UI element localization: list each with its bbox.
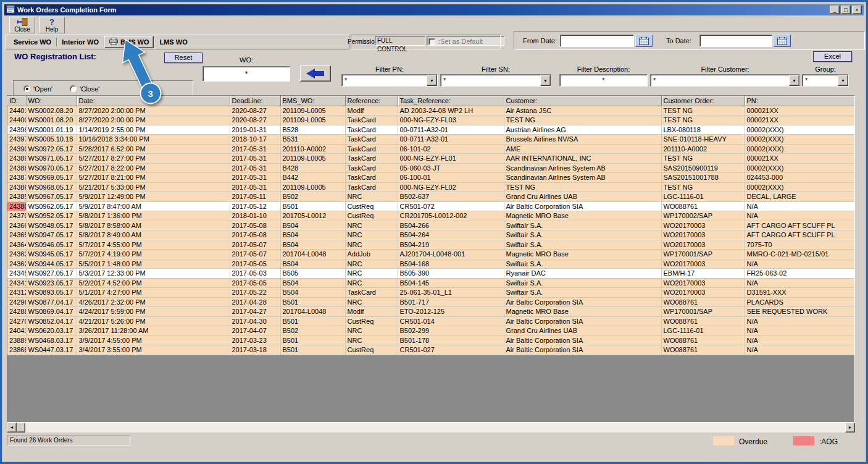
cell-customer: TEST NG — [504, 182, 661, 192]
cell-bms-wo: 201109-L0005 — [280, 182, 345, 192]
cell-id: 24296 — [7, 297, 26, 307]
reset-button[interactable]: Reset — [164, 53, 202, 63]
column-header-task-reference[interactable]: Task_Reference: — [398, 96, 504, 106]
table-row[interactable]: 24387WS0969.05.175/27/2017 8:21:00 PM201… — [7, 173, 854, 183]
cell-pn: 000021XX — [745, 106, 854, 116]
table-row[interactable]: 24386WS0968.05.175/21/2017 5:33:00 PM201… — [7, 182, 854, 192]
set-as-default-checkbox[interactable]: :Set as Default — [428, 38, 483, 45]
back-arrow-button[interactable] — [300, 65, 331, 82]
column-header-wo[interactable]: WO: — [26, 96, 77, 106]
cell-pn: 024453-000 — [745, 173, 854, 183]
table-row[interactable]: 23868WS0447.03.173/4/2017 3:55:00 PM2017… — [7, 345, 854, 355]
table-row[interactable]: 24380WS0962.05.175/9/2017 8:47:00 AM2017… — [7, 201, 854, 211]
cell-customer-order: WP170001/SAP — [661, 307, 745, 317]
cell-pn: 000021XX — [745, 116, 854, 125]
table-row[interactable]: 24362WS0944.05.175/5/2017 1:48:00 PM2017… — [7, 259, 854, 269]
table-row[interactable]: 24390WS0972.05.175/28/2017 6:52:00 PM201… — [7, 144, 854, 154]
radio-open[interactable]: 'Open' — [23, 85, 52, 93]
cell-wo: WS0969.05.17 — [26, 173, 77, 183]
maximize-button[interactable]: □ — [841, 6, 851, 14]
excel-button[interactable]: Excel — [813, 51, 852, 62]
table-row[interactable]: 24365WS0947.05.175/8/2017 8:49:00 AM2017… — [7, 230, 854, 240]
scrollbar-track[interactable] — [25, 423, 845, 432]
table-row[interactable]: 24401WS0002.08.208/27/2020 2:00:00 PM202… — [7, 106, 854, 116]
table-row[interactable]: 24296WS0877.04.174/26/2017 2:32:00 PM201… — [7, 297, 854, 307]
cell-wo: WS0972.05.17 — [26, 144, 77, 154]
tab-bms-wo[interactable]: BMS WO — [104, 36, 154, 48]
radio-close-label: 'Close' — [80, 85, 99, 93]
table-row[interactable]: 24366WS0948.05.175/8/2017 8:58:00 AM2017… — [7, 221, 854, 230]
table-row[interactable]: 24388WS0970.05.175/27/2017 8:22:00 PM201… — [7, 163, 854, 173]
table-row[interactable]: 24364WS0946.05.175/7/2017 4:55:00 PM2017… — [7, 240, 854, 250]
cell-customer-order: WO20170003 — [661, 240, 745, 250]
chevron-down-icon[interactable]: ▼ — [427, 75, 437, 86]
table-row[interactable]: 24398WS0001.01.191/14/2019 2:55:00 PM201… — [7, 125, 854, 135]
window-title: Work Orders Completion Form — [17, 6, 117, 14]
cell-customer-order: WP170002/SAP — [661, 211, 745, 221]
cell-wo: WS0005.10.18 — [26, 135, 77, 145]
cell-task-reference: 06-100-01 — [398, 173, 504, 183]
column-header-pn[interactable]: PN: — [745, 96, 854, 106]
table-row[interactable]: 24370WS0952.05.175/8/2017 1:36:00 PM2018… — [7, 211, 854, 221]
table-row[interactable]: 24341WS0923.05.175/2/2017 4:52:00 PM2017… — [7, 278, 854, 288]
table-row[interactable]: 23889WS0468.03.173/9/2017 4:55:00 PM2017… — [7, 335, 854, 345]
scroll-left-arrow-icon[interactable]: ◄ — [7, 423, 17, 432]
filter-customer-combo[interactable]: * ▼ — [650, 74, 800, 86]
cell-deadline: 2017-05-31 — [230, 163, 280, 173]
close-window-button[interactable]: × — [852, 6, 862, 14]
column-header-customer[interactable]: Customer: — [504, 96, 661, 106]
tab-service-wo[interactable]: Service WO — [9, 36, 56, 48]
to-date-field[interactable] — [699, 35, 772, 47]
cell-reference: NRC — [345, 335, 398, 345]
table-row[interactable]: 24397WS0005.10.1810/16/2018 3:34:00 PM20… — [7, 135, 854, 145]
cell-id: 23868 — [7, 345, 26, 355]
column-header-bms-wo[interactable]: BMS_WO: — [280, 96, 345, 106]
table-row[interactable]: 24345WS0927.05.175/3/2017 12:33:00 PM201… — [7, 269, 854, 279]
checkbox-icon — [428, 38, 435, 45]
filter-description-input[interactable] — [559, 74, 648, 86]
cell-deadline: 2019-01-31 — [230, 125, 280, 135]
filter-pn-combo[interactable]: * ▼ — [341, 74, 438, 86]
chevron-down-icon[interactable]: ▼ — [838, 75, 848, 86]
table-row[interactable]: 24400WS0001.08.208/27/2020 2:00:00 PM202… — [7, 116, 854, 125]
chevron-down-icon[interactable]: ▼ — [789, 75, 799, 86]
column-header-date[interactable]: Date: — [77, 96, 230, 106]
radio-close[interactable]: 'Close' — [70, 85, 99, 93]
close-button[interactable]: Close — [9, 17, 35, 33]
table-row[interactable]: 24288WS0869.04.174/24/2017 5:59:00 PM201… — [7, 307, 854, 317]
cell-reference: TaskCard — [345, 144, 398, 154]
cell-customer-order: SAS20150900119 — [661, 163, 745, 173]
filter-sn-combo[interactable]: * ▼ — [440, 74, 551, 86]
column-header-id[interactable]: ID: — [7, 96, 26, 106]
from-date-calendar-button[interactable] — [635, 35, 653, 47]
tab-lms-wo[interactable]: LMS WO — [154, 36, 192, 48]
column-header-reference[interactable]: Reference: — [345, 96, 398, 106]
minimize-button[interactable]: _ — [830, 6, 840, 14]
from-date-field[interactable] — [560, 35, 634, 47]
cell-customer-order: TEST NG — [661, 154, 745, 164]
cell-customer: Swiftair S.A. — [504, 259, 661, 269]
table-row[interactable]: 24312WS0893.05.175/1/2017 4:27:00 PM2017… — [7, 288, 854, 298]
table-row[interactable]: 24389WS0971.05.175/27/2017 8:27:00 PM201… — [7, 154, 854, 164]
cell-id: 24345 — [7, 269, 26, 279]
table-row[interactable]: 24385WS0967.05.175/9/2017 12:49:00 PM201… — [7, 192, 854, 202]
to-date-calendar-button[interactable] — [774, 35, 791, 47]
table-row[interactable]: 24270WS0852.04.174/21/2017 5:26:00 PM201… — [7, 316, 854, 326]
column-header-deadline[interactable]: DeadLine: — [230, 96, 280, 106]
cell-wo: WS0967.05.17 — [26, 192, 77, 202]
table-row[interactable]: 24363WS0945.05.175/7/2017 4:19:00 PM2017… — [7, 250, 854, 259]
table-row[interactable]: 24041WS0620.03.173/26/2017 11:28:00 AM20… — [7, 326, 854, 336]
scroll-right-arrow-icon[interactable]: ► — [845, 423, 855, 432]
column-header-customer-order[interactable]: Customer Order: — [661, 96, 745, 106]
scrollbar-thumb[interactable] — [17, 423, 25, 432]
wo-input[interactable] — [202, 66, 290, 82]
cell-customer-order: WO088761 — [661, 316, 745, 326]
cell-task-reference: CR501-072 — [398, 201, 504, 211]
horizontal-scrollbar[interactable]: ◄ ► — [7, 423, 855, 432]
tab-interior-wo[interactable]: Interior WO — [57, 36, 104, 48]
chevron-down-icon[interactable]: ▼ — [540, 75, 551, 86]
group-combo[interactable]: * ▼ — [802, 74, 849, 86]
cell-bms-wo: B504 — [280, 240, 345, 250]
help-button[interactable]: ? Help — [39, 17, 65, 33]
cell-id: 24288 — [7, 307, 26, 317]
